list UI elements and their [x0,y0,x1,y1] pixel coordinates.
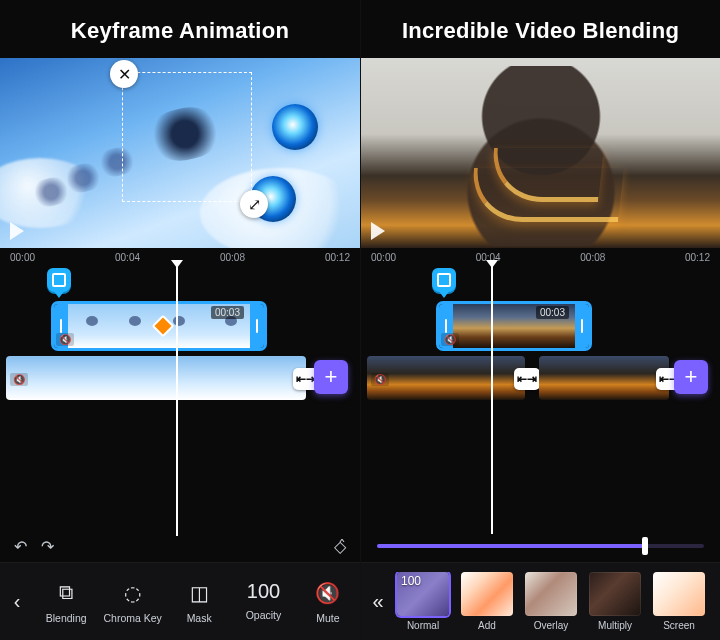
slider-fill [377,544,645,548]
ruler-tick: 00:04 [115,252,140,264]
transition-icon: ⇤⇥ [296,372,316,386]
selection-box[interactable] [122,72,252,202]
mask-icon: ◫ [190,580,209,606]
play-button[interactable] [10,222,24,240]
tool-label: Opacity [246,609,282,621]
chroma-key-icon: ◌ [124,580,141,606]
tool-blending[interactable]: ⧉ Blending [39,580,93,624]
blend-mode-screen[interactable]: Screen [651,572,707,631]
resize-icon: ⤢ [248,195,261,214]
tool-label: Mask [187,612,212,624]
blending-icon: ⧉ [59,580,73,606]
tool-chroma-key[interactable]: ◌ Chroma Key [103,580,161,624]
tool-mute[interactable]: 🔇 Mute [301,580,355,624]
plus-icon: + [325,364,338,390]
slider-thumb[interactable] [642,537,648,555]
preview-right[interactable] [361,58,720,248]
clip-duration: 00:03 [536,306,569,319]
tool-label: Blending [46,612,87,624]
toolbar-back-button[interactable]: « [361,563,395,640]
time-ruler-right: 00:00 00:04 00:08 00:12 [361,248,720,266]
toolbar-left: ‹ ⧉ Blending ◌ Chroma Key ◫ Mask 100 Opa… [0,562,360,640]
playhead[interactable] [176,266,178,536]
transition-button[interactable]: ⇤⇥ [514,368,540,390]
add-clip-button[interactable]: + [314,360,348,394]
mode-label: Normal [407,620,439,631]
close-icon: ✕ [118,65,131,84]
ruler-tick: 00:00 [10,252,35,264]
clip-mute-icon[interactable]: 🔇 [371,373,389,386]
preview-left[interactable]: ✕ ⤢ [0,58,360,248]
ruler-tick: 00:00 [371,252,396,264]
opacity-slider-row [361,534,720,562]
clip-mute-icon[interactable]: 🔇 [56,333,74,346]
main-clip[interactable]: 🔇 [367,356,525,400]
headline-right: Incredible Video Blending [361,0,720,58]
overlay-clip[interactable]: 00:03 🔇 [439,304,589,348]
ruler-tick: 00:12 [325,252,350,264]
mode-label: Overlay [534,620,568,631]
blend-mode-normal[interactable]: 100 Normal [395,572,451,631]
clip-duration: 00:03 [211,306,244,319]
mode-label: Screen [663,620,695,631]
main-clip[interactable] [539,356,669,400]
mute-icon: 🔇 [315,580,340,606]
overlay-clip[interactable]: 00:03 🔇 [54,304,264,348]
clip-mute-icon[interactable]: 🔇 [10,373,28,386]
headline-left: Keyframe Animation [0,0,360,58]
playhead[interactable] [491,266,493,534]
undo-button[interactable]: ↶ [14,537,27,556]
blend-mode-toolbar: « 100 Normal Add Overlay Multiply Screen [361,562,720,640]
mode-label: Multiply [598,620,632,631]
plus-icon: + [685,364,698,390]
tool-label: Mute [316,612,339,624]
blend-value: 100 [401,574,421,588]
timeline-right[interactable]: 00:03 🔇 🔇 ⇤⇥ ⇤⇥ + [361,266,720,534]
keyframe-toggle-button[interactable]: ◇̂ [334,537,346,556]
resize-handle[interactable]: ⤢ [240,190,268,218]
main-clip[interactable]: 🔇 [6,356,306,400]
keyframe-marker[interactable] [431,268,457,302]
ruler-tick: 00:12 [685,252,710,264]
panel-blending: Incredible Video Blending 00:00 00:04 00… [360,0,720,640]
redo-button[interactable]: ↷ [41,537,54,556]
tool-label: Chroma Key [103,612,161,624]
opacity-value: 100 [247,580,280,603]
blend-mode-overlay[interactable]: Overlay [523,572,579,631]
toolbar-back-button[interactable]: ‹ [0,563,34,640]
delete-handle[interactable]: ✕ [110,60,138,88]
clip-mute-icon[interactable]: 🔇 [441,333,459,346]
transition-icon: ⇤⇥ [517,372,537,386]
clip-handle-right[interactable] [250,304,264,348]
timeline-left[interactable]: 00:03 🔇 🔇 ⇤⇥ + [0,266,360,536]
chevron-left-icon: ‹ [14,590,21,613]
ruler-tick: 00:08 [580,252,605,264]
chevron-double-left-icon: « [372,590,383,613]
panel-keyframe: Keyframe Animation ✕ ⤢ 00:00 00:04 00:08… [0,0,360,640]
add-clip-button[interactable]: + [674,360,708,394]
blend-mode-multiply[interactable]: Multiply [587,572,643,631]
blend-mode-add[interactable]: Add [459,572,515,631]
tool-mask[interactable]: ◫ Mask [172,580,226,624]
ruler-tick: 00:08 [220,252,245,264]
history-row: ↶ ↷ ◇̂ [0,536,360,562]
play-button[interactable] [371,222,385,240]
orb-graphic [272,104,318,150]
clip-handle-right[interactable] [575,304,589,348]
tool-opacity[interactable]: 100 Opacity [237,580,291,624]
mode-label: Add [478,620,496,631]
keyframe-marker[interactable] [46,268,72,302]
opacity-slider[interactable] [377,544,704,548]
